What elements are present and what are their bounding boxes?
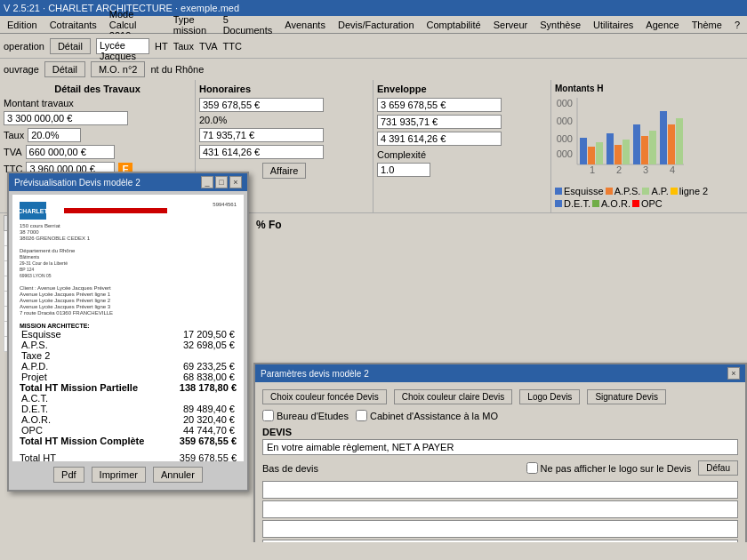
preview-close-btn[interactable]: × xyxy=(229,176,242,188)
menu-comptabilite[interactable]: Comptabilité xyxy=(422,18,486,32)
ttc-label-top: TTC xyxy=(223,41,242,52)
devis-section-label: DEVIS xyxy=(262,427,738,437)
mo2-button[interactable]: M.O. n°2 xyxy=(91,61,146,77)
chart-legend: Esquisse A.P.S. A.P. ligne 2 D.E.T. A.O.… xyxy=(555,186,743,209)
enveloppe-val3[interactable] xyxy=(377,132,502,146)
menu-avenants[interactable]: Avenants xyxy=(279,18,331,32)
preview-max-btn[interactable]: □ xyxy=(215,176,228,188)
svg-text:80 000: 80 000 xyxy=(555,98,573,108)
cabinet-checkbox[interactable] xyxy=(356,410,367,421)
cabinet-label: Cabinet d'Assistance à la MO xyxy=(370,411,498,421)
svg-text:2: 2 xyxy=(616,164,622,175)
logo-btn[interactable]: Logo Devis xyxy=(519,389,580,404)
svg-text:1: 1 xyxy=(590,164,595,175)
params-window: Paramètres devis modèle 2 × Choix couleu… xyxy=(253,363,747,542)
param-area-3[interactable] xyxy=(262,520,738,538)
pdf-button[interactable]: Pdf xyxy=(53,467,84,483)
bureau-etudes-checkbox[interactable] xyxy=(262,410,274,421)
ouvrage-label: ouvrage xyxy=(4,64,39,75)
complexite-label: Complexité xyxy=(377,149,426,160)
taux-label-top: Taux xyxy=(173,41,194,52)
svg-rect-10 xyxy=(580,138,587,164)
svg-text:60 000: 60 000 xyxy=(555,116,573,126)
svg-rect-20 xyxy=(668,124,675,164)
menu-serveur[interactable]: Serveur xyxy=(488,18,534,32)
param-area-2[interactable] xyxy=(262,500,738,518)
honoraires-val2[interactable] xyxy=(199,128,324,142)
menu-edition[interactable]: Edition xyxy=(2,18,43,32)
enveloppe-val1[interactable] xyxy=(377,98,502,112)
svg-rect-14 xyxy=(614,145,622,164)
menu-theme[interactable]: Thème xyxy=(687,18,727,32)
svg-rect-16 xyxy=(633,124,640,164)
chart-area: Montants H 80 000 60 000 40 000 20 000 1… xyxy=(551,80,747,212)
ht-label: HT xyxy=(155,41,168,52)
detail-button-2[interactable]: Détail xyxy=(44,61,85,77)
preview-min-btn[interactable]: _ xyxy=(201,176,213,188)
defaut-btn[interactable]: Défau xyxy=(698,460,738,476)
menu-bar: Edition Cotraitants Mode Calcul 2019 Typ… xyxy=(0,16,747,34)
params-content: Choix couleur foncée Devis Choix couleur… xyxy=(255,382,745,542)
param-area-1[interactable] xyxy=(262,481,738,499)
svg-text:40 000: 40 000 xyxy=(555,133,573,144)
no-logo-checkbox[interactable] xyxy=(526,462,538,474)
svg-rect-12 xyxy=(596,142,603,164)
honoraires-val1[interactable] xyxy=(199,98,324,112)
menu-cotraitants[interactable]: Cotraitants xyxy=(44,18,102,32)
honoraires-val3[interactable] xyxy=(199,145,324,159)
tva-input[interactable] xyxy=(26,145,115,159)
print-button[interactable]: Imprimer xyxy=(92,467,146,483)
param-area-4[interactable] xyxy=(262,540,738,542)
enveloppe-val2[interactable] xyxy=(377,115,502,129)
svg-rect-17 xyxy=(641,136,648,164)
bar-chart: 80 000 60 000 40 000 20 000 1 2 3 4 xyxy=(555,93,688,182)
honoraires-pct: 20.0% xyxy=(199,115,227,125)
menu-agence[interactable]: Agence xyxy=(640,18,684,32)
bureau-etudes-label: Bureau d'Etudes xyxy=(277,411,349,421)
pct-title: % Fo xyxy=(253,215,743,235)
preview-content: CHARLET 59944561 150 cours Berriat 38 70… xyxy=(9,191,247,490)
payment-text-input[interactable] xyxy=(262,439,738,455)
cancel-preview-button[interactable]: Annuler xyxy=(153,467,203,483)
svg-text:4: 4 xyxy=(670,164,675,175)
no-logo-label: Ne pas afficher le logo sur le Devis xyxy=(541,463,692,474)
bas-devis-label: Bas de devis xyxy=(262,463,318,474)
complexite-input[interactable] xyxy=(377,163,430,177)
couleur-claire-btn[interactable]: Choix couleur claire Devis xyxy=(394,389,513,404)
menu-devis-facturation[interactable]: Devis/Facturation xyxy=(333,18,420,32)
svg-text:3: 3 xyxy=(643,164,648,175)
couleur-foncee-btn[interactable]: Choix couleur foncée Devis xyxy=(262,389,387,404)
preview-footer: Pdf Imprimer Annuler xyxy=(12,463,244,486)
montant-input[interactable] xyxy=(4,111,128,125)
svg-rect-19 xyxy=(660,111,667,164)
dept-label: nt du Rhône xyxy=(150,64,204,75)
signature-btn[interactable]: Signature Devis xyxy=(587,389,666,404)
operation-label: operation xyxy=(4,41,44,52)
chart-title: Montants H xyxy=(555,84,743,93)
menu-help[interactable]: ? xyxy=(729,18,745,32)
taux-input[interactable] xyxy=(28,128,81,142)
params-title-bar: Paramètres devis modèle 2 × xyxy=(255,364,745,382)
affaire-button[interactable]: Affaire xyxy=(262,163,307,179)
right-pct-area: % Fo xyxy=(253,215,743,363)
params-title: Paramètres devis modèle 2 xyxy=(261,369,369,379)
project-name-field[interactable]: Lycée Jacques Prévert xyxy=(96,38,149,54)
detail-button-1[interactable]: Détail xyxy=(50,38,91,54)
menu-synthese[interactable]: Synthèse xyxy=(534,18,586,32)
params-close-btn[interactable]: × xyxy=(727,367,740,380)
work-details-title: Détail des Travaux xyxy=(4,84,191,94)
svg-rect-13 xyxy=(606,133,614,164)
honoraires-label: Honoraires xyxy=(199,84,369,94)
menu-utilitaires[interactable]: Utilitaires xyxy=(588,18,639,32)
svg-rect-18 xyxy=(649,131,656,164)
svg-rect-21 xyxy=(676,118,683,164)
taux-label: Taux xyxy=(4,130,24,140)
tva-label-top: TVA xyxy=(199,41,218,52)
enveloppe-label: Enveloppe xyxy=(377,84,547,94)
preview-doc: CHARLET 59944561 150 cours Berriat 38 70… xyxy=(12,195,244,461)
tva-label: TVA xyxy=(4,147,22,157)
preview-title-bar: Prévisualisation Devis modèle 2 _ □ × xyxy=(9,173,247,191)
svg-rect-15 xyxy=(622,140,630,164)
preview-window: Prévisualisation Devis modèle 2 _ □ × CH… xyxy=(7,172,249,492)
svg-rect-11 xyxy=(588,147,595,164)
